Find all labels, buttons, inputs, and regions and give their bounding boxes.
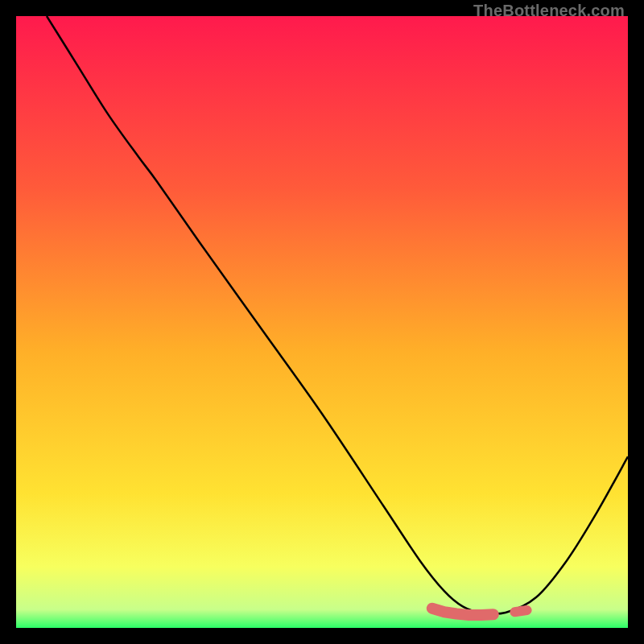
- watermark-text: TheBottleneck.com: [473, 2, 625, 20]
- chart-frame: [16, 16, 628, 628]
- chart-svg: [16, 16, 628, 628]
- gradient-background: [16, 16, 628, 628]
